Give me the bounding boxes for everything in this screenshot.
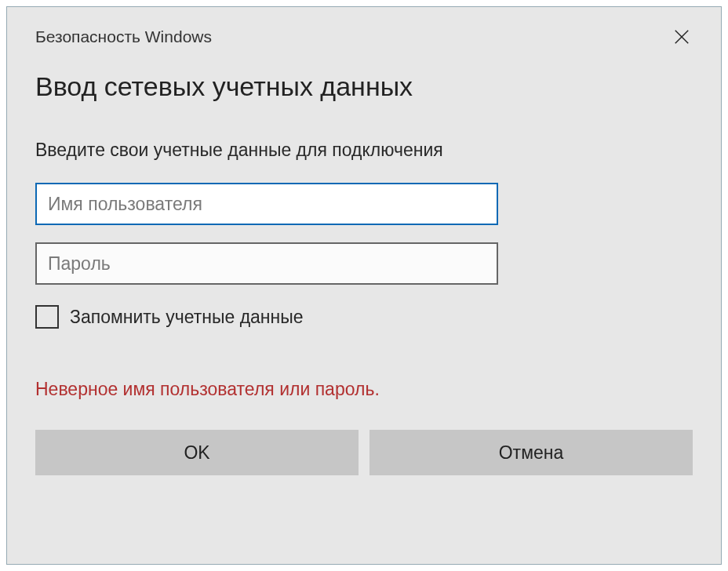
username-wrapper bbox=[35, 183, 693, 225]
close-icon[interactable] bbox=[671, 26, 693, 48]
cancel-button[interactable]: Отмена bbox=[369, 430, 693, 475]
titlebar: Безопасность Windows bbox=[35, 26, 693, 48]
remember-label: Запомнить учетные данные bbox=[70, 307, 304, 328]
error-message: Неверное имя пользователя или пароль. bbox=[35, 379, 693, 400]
remember-checkbox[interactable] bbox=[35, 305, 59, 329]
password-wrapper bbox=[35, 242, 693, 285]
credentials-dialog: Безопасность Windows Ввод сетевых учетны… bbox=[6, 6, 722, 565]
ok-button[interactable]: OK bbox=[35, 430, 359, 475]
instruction-text: Введите свои учетные данные для подключе… bbox=[35, 140, 693, 161]
x-icon bbox=[673, 28, 690, 45]
dialog-heading: Ввод сетевых учетных данных bbox=[35, 71, 693, 102]
button-row: OK Отмена bbox=[35, 430, 693, 475]
password-input[interactable] bbox=[35, 242, 498, 285]
username-input[interactable] bbox=[35, 183, 498, 225]
remember-row: Запомнить учетные данные bbox=[35, 305, 693, 329]
dialog-title: Безопасность Windows bbox=[35, 27, 212, 46]
